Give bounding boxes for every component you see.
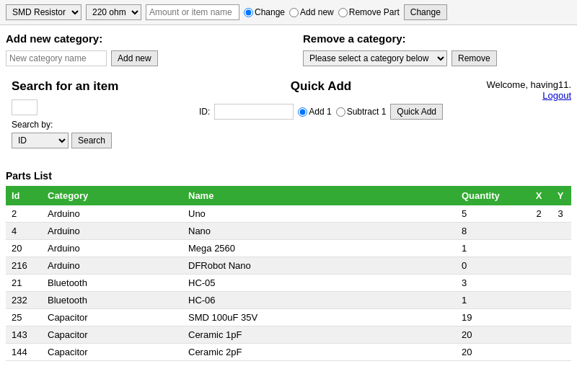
cell-x [528,257,550,275]
radio-remove-part[interactable] [338,8,348,17]
radio-remove-part-text: Remove Part [349,7,400,17]
radio-change-label[interactable]: Change [244,7,285,17]
subtract1-label[interactable]: Subtract 1 [336,107,387,117]
cell-category: Bluetooth [42,292,182,309]
welcome-area: Welcome, having11. Logout [470,74,571,148]
cell-category: Capacitor [42,326,182,344]
cell-y [550,344,571,361]
radio-remove-part-label[interactable]: Remove Part [338,7,400,17]
parts-table-header: Id Category Name Quantity X Y [6,186,571,205]
radio-change-text: Change [255,7,285,17]
cell-x [528,240,550,257]
parts-table: Id Category Name Quantity X Y 2ArduinoUn… [6,186,571,361]
remove-button[interactable]: Remove [452,50,497,66]
cell-category: Capacitor [42,344,182,361]
search-button[interactable]: Search [71,133,112,148]
cell-name: HC-06 [182,292,456,309]
cell-quantity: 8 [456,223,528,240]
table-row: 4ArduinoNano8 [6,223,571,240]
cell-name: Uno [182,205,456,223]
quick-add-inner: ID: Add 1 Subtract 1 Quick Add [172,104,470,120]
cell-category: Arduino [42,257,182,275]
cell-id: 2 [6,205,42,223]
top-bar: SMD Resistor Arduino Bluetooth Capacitor… [0,0,577,25]
cell-id: 144 [6,344,42,361]
radio-subtract1[interactable] [336,107,345,117]
cell-y: 3 [550,205,571,223]
cell-id: 232 [6,292,42,309]
subtract1-text: Subtract 1 [347,107,387,117]
radio-add-new-label[interactable]: Add new [289,7,334,17]
radio-add-new-text: Add new [300,7,334,17]
col-id: Id [6,186,42,205]
col-name: Name [182,186,456,205]
cell-id: 143 [6,326,42,344]
id-label: ID: [199,107,210,117]
new-category-input[interactable] [6,50,107,66]
cell-category: Capacitor [42,309,182,326]
cell-quantity: 20 [456,344,528,361]
cell-y [550,292,571,309]
quick-add-id-input[interactable] [214,104,294,120]
cell-quantity: 20 [456,326,528,344]
cell-quantity: 19 [456,309,528,326]
search-by-select[interactable]: ID Name Category [12,133,69,148]
cell-name: SMD 100uF 35V [182,309,456,326]
col-category: Category [42,186,182,205]
quick-add-title: Quick Add [172,79,470,94]
table-row: 144CapacitorCeramic 2pF20 [6,344,571,361]
cell-y [550,240,571,257]
cell-x [528,344,550,361]
add-remove-row: Add new category: Add new Remove a categ… [0,25,577,74]
cell-name: DFRobot Nano [182,257,456,275]
table-row: 25CapacitorSMD 100uF 35V19 [6,309,571,326]
welcome-text: Welcome, having11. [470,79,571,90]
cell-y [550,257,571,275]
cell-quantity: 1 [456,292,528,309]
cell-x [528,223,550,240]
cell-y [550,309,571,326]
remove-category-select[interactable]: Please select a category below Arduino B… [303,50,447,66]
table-row: 216ArduinoDFRobot Nano0 [6,257,571,275]
table-row: 20ArduinoMega 25601 [6,240,571,257]
cell-id: 25 [6,309,42,326]
cell-category: Arduino [42,240,182,257]
remove-category-section: Remove a category: Please select a categ… [303,32,571,66]
radio-change[interactable] [244,8,253,17]
cell-y [550,326,571,344]
table-row: 143CapacitorCeramic 1pF20 [6,326,571,344]
add-category-title: Add new category: [6,32,274,45]
cell-quantity: 5 [456,205,528,223]
radio-add-new[interactable] [289,8,299,17]
search-text-input[interactable] [12,99,38,115]
category-select[interactable]: SMD Resistor Arduino Bluetooth Capacitor [6,4,82,20]
table-row: 21BluetoothHC-053 [6,275,571,292]
cell-name: Ceramic 2pF [182,344,456,361]
add-new-button[interactable]: Add new [111,50,158,66]
search-by-label: Search by: [12,120,166,130]
cell-id: 216 [6,257,42,275]
cell-category: Arduino [42,223,182,240]
cell-name: Ceramic 1pF [182,326,456,344]
change-button[interactable]: Change [404,4,447,20]
quick-add-button[interactable]: Quick Add [390,104,443,120]
parts-list-title: Parts List [6,170,571,182]
parts-table-body: 2ArduinoUno5234ArduinoNano820ArduinoMega… [6,205,571,361]
value-select[interactable]: 220 ohm 10 ohm 100 ohm 1k ohm [86,4,141,20]
table-row: 2ArduinoUno523 [6,205,571,223]
cell-id: 20 [6,240,42,257]
cell-category: Bluetooth [42,275,182,292]
cell-quantity: 1 [456,240,528,257]
add-category-section: Add new category: Add new [6,32,274,66]
radio-add1[interactable] [298,107,307,117]
add1-label[interactable]: Add 1 [298,107,331,117]
cell-x [528,326,550,344]
cell-x: 2 [528,205,550,223]
search-by-row: ID Name Category Search [12,133,166,148]
cell-id: 4 [6,223,42,240]
amount-input[interactable] [146,4,239,20]
cell-quantity: 0 [456,257,528,275]
col-y: Y [550,186,571,205]
cell-id: 21 [6,275,42,292]
logout-link[interactable]: Logout [542,90,571,101]
